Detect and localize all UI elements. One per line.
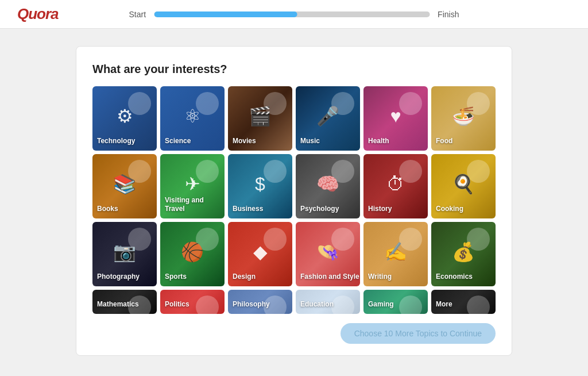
topic-item-psychology[interactable]: 🧠Psychology <box>296 154 360 218</box>
interests-card: What are your interests? ⚙Technology⚛Sci… <box>76 46 512 356</box>
topic-label-economics: Economics <box>436 273 473 282</box>
topic-icon-health: ♥ <box>390 106 401 127</box>
topic-label-photography: Photography <box>97 273 140 282</box>
progress-bar-track <box>154 11 430 17</box>
topic-icon-fashion: 👒 <box>316 241 339 263</box>
card-title: What are your interests? <box>92 63 496 76</box>
quora-logo: Quora <box>17 5 59 23</box>
topic-item-politics[interactable]: 🏛Politics <box>160 290 225 314</box>
header: Quora Start Finish <box>0 0 588 29</box>
topic-label-math: Mathematics <box>97 300 139 309</box>
topic-item-writing[interactable]: ✍Writing <box>363 222 428 286</box>
topic-icon-history: ⏱ <box>386 174 405 195</box>
topic-icon-movies: 🎬 <box>249 105 272 127</box>
topic-item-cooking[interactable]: 🍳Cooking <box>431 154 496 218</box>
topic-label-food: Food <box>436 137 452 146</box>
topic-item-economics[interactable]: 💰Economics <box>431 222 496 286</box>
topic-label-design: Design <box>233 273 256 282</box>
topic-item-business[interactable]: $Business <box>228 154 292 218</box>
topic-item-fashion[interactable]: 👒Fashion and Style <box>296 222 360 286</box>
topic-item-health[interactable]: ♥Health <box>363 86 428 151</box>
topic-item-travel[interactable]: ✈Visiting and Travel <box>160 154 225 218</box>
main-content: What are your interests? ⚙Technology⚛Sci… <box>0 29 588 373</box>
topic-label-movies: Movies <box>233 137 256 146</box>
topic-label-books: Books <box>97 205 118 214</box>
progress-finish-label: Finish <box>438 10 459 19</box>
topic-item-technology[interactable]: ⚙Technology <box>92 86 157 151</box>
topic-icon-economics: 💰 <box>452 241 475 263</box>
topic-label-fashion: Fashion and Style <box>300 273 359 282</box>
topic-icon-science: ⚛ <box>184 105 201 127</box>
continue-button-area: Choose 10 More Topics to Continue <box>92 323 496 344</box>
progress-area: Start Finish <box>129 10 459 19</box>
topic-item-design[interactable]: ◆Design <box>228 222 292 286</box>
topic-icon-food: 🍜 <box>452 105 475 127</box>
topic-label-music: Music <box>300 137 320 146</box>
topic-item-education[interactable]: 📖Education <box>296 290 360 314</box>
topic-item-music[interactable]: 🎤Music <box>296 86 360 151</box>
topic-label-travel: Visiting and Travel <box>165 196 225 214</box>
topic-circle-business <box>264 160 287 183</box>
topic-item-movies[interactable]: 🎬Movies <box>228 86 292 151</box>
topic-item-photography[interactable]: 📷Photography <box>92 222 157 286</box>
topic-icon-travel: ✈ <box>185 173 200 195</box>
topic-label-sports: Sports <box>165 273 187 282</box>
topic-item-gaming[interactable]: 🎮Gaming <box>363 290 428 314</box>
topic-icon-business: $ <box>255 174 265 195</box>
topic-circle-gaming <box>399 296 422 314</box>
topic-label-health: Health <box>368 137 389 146</box>
topic-item-math[interactable]: ∑Mathematics <box>92 290 157 314</box>
progress-bar-fill <box>154 11 297 17</box>
topic-icon-cooking: 🍳 <box>452 173 475 195</box>
topic-label-history: History <box>368 205 392 214</box>
topic-circle-health <box>399 92 422 115</box>
topic-icon-music: 🎤 <box>316 105 339 127</box>
continue-button[interactable]: Choose 10 More Topics to Continue <box>341 323 496 344</box>
topic-icon-books: 📚 <box>113 173 136 195</box>
topic-item-history[interactable]: ⏱History <box>363 154 428 218</box>
topic-label-business: Business <box>233 205 263 214</box>
topics-grid: ⚙Technology⚛Science🎬Movies🎤Music♥Health🍜… <box>92 86 496 314</box>
topic-label-education: Education <box>300 300 334 309</box>
topic-circle-education <box>331 296 354 314</box>
topic-label-cooking: Cooking <box>436 205 463 214</box>
topic-label-gaming: Gaming <box>368 300 394 309</box>
topic-item-extra[interactable]: →More <box>431 290 496 314</box>
topic-icon-sports: 🏀 <box>181 241 204 263</box>
topic-label-extra: More <box>436 300 452 309</box>
topic-icon-writing: ✍ <box>384 241 407 263</box>
topic-label-psychology: Psychology <box>300 205 339 214</box>
topic-item-science[interactable]: ⚛Science <box>160 86 225 151</box>
topic-icon-technology: ⚙ <box>117 105 133 127</box>
topic-icon-photography: 📷 <box>113 241 136 263</box>
topic-item-books[interactable]: 📚Books <box>92 154 157 218</box>
topic-label-politics: Politics <box>165 300 189 309</box>
topic-item-philosophy[interactable]: 💭Philosophy <box>228 290 292 314</box>
topic-label-writing: Writing <box>368 273 392 282</box>
topic-label-technology: Technology <box>97 137 135 146</box>
topic-circle-extra <box>467 296 490 314</box>
topic-icon-design: ◆ <box>253 241 268 263</box>
topic-circle-politics <box>196 296 219 314</box>
progress-start-label: Start <box>129 10 146 19</box>
topic-label-science: Science <box>165 137 191 146</box>
topic-item-food[interactable]: 🍜Food <box>431 86 496 151</box>
topic-item-sports[interactable]: 🏀Sports <box>160 222 225 286</box>
topic-icon-psychology: 🧠 <box>316 173 339 195</box>
topic-label-philosophy: Philosophy <box>233 300 270 309</box>
